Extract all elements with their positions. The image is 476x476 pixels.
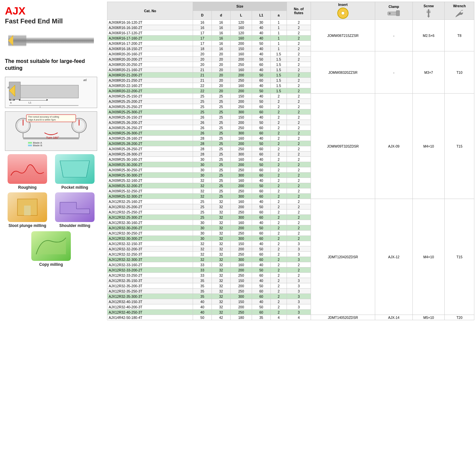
cell-d: 20 bbox=[212, 88, 231, 94]
cell-flutes: 2 bbox=[287, 78, 311, 83]
clamp-col-label: Clamp bbox=[388, 5, 399, 9]
cell-L1: 40 bbox=[252, 157, 271, 162]
cell-L1: 60 bbox=[252, 109, 271, 115]
cell-cat-no: AJX09R25-30-250-2T bbox=[107, 167, 193, 173]
cell-flutes: 2 bbox=[287, 162, 311, 167]
cell-L1: 40 bbox=[252, 178, 271, 183]
cell-d: 32 bbox=[212, 231, 231, 236]
brand-name: AJX bbox=[5, 5, 100, 17]
copy-milling-label: Copy milling bbox=[39, 262, 63, 267]
cell-D: 25 bbox=[193, 199, 212, 204]
cell-cat-no: AJX09R25-25-300-2T bbox=[107, 109, 193, 115]
svg-point-54 bbox=[389, 13, 391, 14]
cell-D: 25 bbox=[193, 210, 212, 215]
cell-flutes: 3 bbox=[287, 283, 311, 289]
cell-a: 2 bbox=[270, 220, 287, 225]
cell-cat-no: AJX12R32-30-250-2T bbox=[107, 231, 193, 236]
cell-d: 20 bbox=[212, 72, 231, 78]
cell-wrench: T20 bbox=[445, 315, 474, 320]
cell-a: 1.5 bbox=[270, 72, 287, 78]
cell-L1: 50 bbox=[252, 88, 271, 94]
cell-D: 20 bbox=[193, 57, 212, 62]
cell-d: 42 bbox=[212, 315, 231, 320]
svg-text:Blade B: Blade B bbox=[33, 144, 42, 147]
pocket-milling-icon-box: Pocket milling bbox=[52, 154, 97, 190]
cell-D: 32 bbox=[193, 194, 212, 199]
cell-flutes: 2 bbox=[287, 115, 311, 120]
cell-cat-no: AJX09R25-30-300-2T bbox=[107, 173, 193, 178]
cell-cat-no: AJX06R16-16-120-2T bbox=[107, 20, 193, 25]
cell-L1: 60 bbox=[252, 167, 271, 173]
cell-flutes: 2 bbox=[287, 194, 311, 199]
cell-a: 2 bbox=[270, 125, 287, 130]
cell-cat-no: AJX12R32-30-160-2T bbox=[107, 220, 193, 225]
cell-L1: 40 bbox=[252, 115, 271, 120]
cell-d: 32 bbox=[212, 204, 231, 210]
cell-L1: 60 bbox=[252, 62, 271, 67]
cell-D: 26 bbox=[193, 125, 212, 130]
cell-D: 17 bbox=[193, 41, 212, 46]
svg-rect-35 bbox=[28, 142, 32, 144]
cell-L1: 40 bbox=[252, 30, 271, 36]
cell-D: 25 bbox=[193, 99, 212, 104]
cell-L1: 40 bbox=[252, 241, 271, 246]
cell-cat-no: AJX12R32-40-200-3T bbox=[107, 304, 193, 310]
cell-screw: M2.5×6 bbox=[412, 20, 445, 51]
svg-marker-41 bbox=[60, 161, 90, 177]
cell-d: 25 bbox=[212, 157, 231, 162]
cell-insert: JOMW06T215ZZSR bbox=[311, 20, 375, 51]
cell-flutes: 2 bbox=[287, 88, 311, 94]
cell-insert: JOMW08320ZZSR bbox=[311, 51, 375, 94]
cell-cat-no: AJX12R32-33-200-2T bbox=[107, 267, 193, 273]
cell-insert: JOMW09T320ZDSR bbox=[311, 94, 375, 199]
cell-screw: M3×7 bbox=[412, 51, 445, 94]
cell-cat-no: AJX12R32-25-250-2T bbox=[107, 210, 193, 215]
cell-L1: 60 bbox=[252, 273, 271, 278]
cell-L: 300 bbox=[231, 294, 252, 299]
cell-clamp: - bbox=[375, 20, 413, 51]
cell-L1: 60 bbox=[252, 289, 271, 294]
cell-L: 200 bbox=[231, 204, 252, 210]
svg-rect-9 bbox=[19, 85, 78, 98]
cell-screw: M4×10 bbox=[412, 94, 445, 199]
cell-insert: JDMT140520ZDSR bbox=[311, 315, 375, 320]
col-header-d: d bbox=[212, 11, 231, 20]
cell-a: 2 bbox=[270, 231, 287, 236]
cell-L1: 40 bbox=[252, 46, 271, 51]
cell-a: 2 bbox=[270, 273, 287, 278]
cell-D: 30 bbox=[193, 225, 212, 231]
cell-L: 200 bbox=[231, 88, 252, 94]
cell-cat-no: AJX06R16-17-160-2T bbox=[107, 36, 193, 41]
col-header-cat-no: Cat. No bbox=[107, 2, 193, 20]
cell-L: 200 bbox=[231, 183, 252, 188]
cell-a: 2 bbox=[270, 173, 287, 178]
cell-d: 16 bbox=[212, 25, 231, 30]
cell-L1: 60 bbox=[252, 294, 271, 299]
col-header-a: a bbox=[270, 11, 287, 20]
cell-d: 25 bbox=[212, 94, 231, 99]
cell-flutes: 2 bbox=[287, 136, 311, 141]
cell-D: 21 bbox=[193, 78, 212, 83]
insert-col-label: Insert bbox=[338, 3, 348, 7]
cell-d: 32 bbox=[212, 215, 231, 220]
cell-L: 250 bbox=[231, 210, 252, 215]
cell-a: 1 bbox=[270, 25, 287, 30]
cell-d: 32 bbox=[212, 220, 231, 225]
cell-L: 150 bbox=[231, 46, 252, 51]
cell-L: 250 bbox=[231, 167, 252, 173]
runout-accuracy-box: Turn 180° The runout accuracy of cutting… bbox=[5, 111, 97, 151]
cell-L: 200 bbox=[231, 162, 252, 167]
sloot-plunge-icon-box: Sloot plunge milling bbox=[5, 192, 50, 228]
cell-flutes: 3 bbox=[287, 252, 311, 257]
cell-cat-no: AJX12R32-25-200-2T bbox=[107, 204, 193, 210]
cell-cat-no: AJX08R20-22-200-2T bbox=[107, 88, 193, 94]
cell-d: 32 bbox=[212, 257, 231, 262]
cell-flutes: 3 bbox=[287, 294, 311, 299]
cell-a: 1 bbox=[270, 30, 287, 36]
cell-a: 2 bbox=[270, 120, 287, 125]
cell-cat-no: AJX12R32-25-160-2T bbox=[107, 199, 193, 204]
cell-flutes: 2 bbox=[287, 36, 311, 41]
cell-d: 20 bbox=[212, 78, 231, 83]
cell-L: 200 bbox=[231, 120, 252, 125]
cell-L1: 50 bbox=[252, 183, 271, 188]
